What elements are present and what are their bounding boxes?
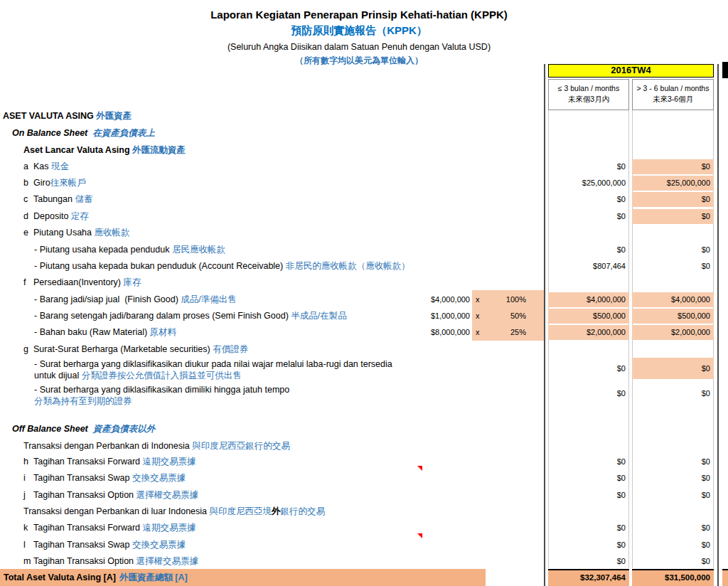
formula-multiplier-f3: x: [476, 325, 486, 340]
row-label-zh: 居民應收帳款: [172, 245, 225, 255]
formula-amount-f1[interactable]: $4,000,000: [424, 292, 470, 307]
row-label-id: Persediaan(Inventory): [33, 277, 123, 287]
column-header-3to6-months: > 3 - 6 bulan / months 未來3-6個月: [632, 79, 714, 110]
cell-h-c1[interactable]: $0: [548, 454, 629, 469]
row-label-id: Piutang Usaha: [33, 228, 94, 238]
cell-m-c2[interactable]: $0: [632, 554, 714, 569]
row-label-zh: 外匯資產: [96, 111, 132, 121]
cell-e1-c2[interactable]: $0: [632, 243, 714, 257]
cell-e2-c1[interactable]: $807,464: [548, 259, 629, 274]
row-label-zh-bold: 外: [272, 506, 281, 516]
next-section-total-fragment: [722, 569, 728, 586]
kppk-report-sheet: Laporan Kegiatan Penerapan Prinsip Kehat…: [0, 0, 728, 586]
column-header-le3-months: ≤ 3 bulan / months 未來個3月內: [548, 79, 629, 110]
cell-total-col2[interactable]: $31,500,000: [632, 569, 714, 586]
comment-marker-icon[interactable]: [417, 533, 422, 538]
row-label-id: - Barang jadi/siap jual (Finish Good): [34, 294, 181, 304]
column-divider-right: [717, 64, 719, 586]
cell-f3-c1[interactable]: $2,000,000: [548, 325, 629, 340]
formula-amount-f2[interactable]: $1,000,000: [424, 309, 470, 324]
cell-e2-c2[interactable]: $0: [632, 259, 714, 274]
row-j: jTagihan Transaksi Option 選擇權交易票據: [23, 487, 198, 504]
cell-f3-c2[interactable]: $2,000,000: [632, 325, 714, 340]
cell-g2-c1[interactable]: $0: [548, 386, 629, 401]
row-label-zh: 銀行的交易: [281, 506, 326, 516]
row-aset_lancar: Aset Lancar Valuta Asing 外匯流動資產: [23, 142, 186, 159]
cell-l-c1[interactable]: $0: [548, 538, 629, 553]
row-label-zh: 往來帳戶: [50, 178, 86, 188]
column-header-line1: > 3 - 6 bulan / months: [633, 83, 713, 94]
row-h: hTagihan Transaksi Forward 遠期交易票據: [23, 454, 196, 470]
row-label-id: Tagihan Transaksi Swap: [33, 540, 132, 550]
cell-c-c2[interactable]: $0: [632, 192, 714, 207]
cell-total-col1[interactable]: $32,307,464: [548, 569, 629, 586]
cell-f2-c1[interactable]: $500,000: [548, 309, 629, 324]
row-on_balance: On Balance Sheet 在資產負債表上: [12, 125, 155, 142]
row-label-id: Giro: [33, 178, 50, 188]
cell-h-c2[interactable]: $0: [632, 454, 714, 469]
cell-i-c2[interactable]: $0: [632, 471, 714, 486]
cell-b-c1[interactable]: $25,000,000: [548, 176, 629, 191]
cell-b-c2[interactable]: $25,000,000: [632, 176, 714, 191]
row-c: cTabungan 儲蓄: [23, 191, 92, 208]
row-label-id: Kas: [33, 161, 51, 171]
row-letter: f: [23, 275, 33, 291]
formula-percent-f3[interactable]: 25%: [493, 325, 526, 340]
cell-a-c1[interactable]: $0: [548, 159, 629, 174]
row-label-id: Tagihan Transaksi Option: [33, 490, 136, 500]
cell-f1-c2[interactable]: $4,000,000: [632, 292, 714, 307]
cell-d-c2[interactable]: $0: [632, 209, 714, 224]
cell-m-c1[interactable]: $0: [548, 554, 629, 569]
cell-k-c2[interactable]: $0: [632, 521, 714, 536]
cell-c-c1[interactable]: $0: [548, 192, 629, 207]
total-row-label-bar: Total Aset Valuta Asing [A]外匯資產總額 [A]: [0, 569, 486, 586]
row-label-zh: 遠期交易票據: [143, 457, 196, 467]
row-label-line2: untuk dijual 分類證券按公允價值計入損益並可供出售: [34, 370, 392, 381]
column-header-line2: 未來個3月內: [549, 94, 628, 105]
row-label-zh: 原材料: [150, 327, 177, 337]
row-label-zh: 外匯流動資產: [132, 145, 186, 155]
row-letter: i: [23, 470, 33, 486]
cell-e1-c1[interactable]: $0: [548, 243, 629, 257]
row-label-zh: 分類證券按公允價值計入損益並可供出售: [82, 371, 242, 380]
column-header-line1: ≤ 3 bulan / months: [549, 83, 628, 94]
row-label-zh: 庫存: [123, 277, 141, 287]
row-label-id: - Surat berharga yang diklasifikasikan d…: [34, 359, 392, 369]
row-letter: h: [23, 454, 33, 470]
row-label-zh: 定存: [71, 211, 89, 221]
row-label-id: - Piutang usaha kepada bukan penduduk (A…: [34, 261, 286, 271]
comment-marker-icon[interactable]: [417, 466, 422, 471]
cell-f2-c2[interactable]: $500,000: [632, 309, 714, 324]
cell-a-c2[interactable]: $0: [632, 159, 714, 174]
report-title-chinese: 預防原則實施報告（KPPK）: [0, 24, 718, 38]
row-label-zh: 應收帳款: [94, 228, 129, 238]
row-d: dDeposito 定存: [23, 208, 89, 225]
row-off_balance: Off Balance Sheet 資產負債表以外: [12, 421, 155, 437]
row-e2: - Piutang usaha kepada bukan penduduk (A…: [34, 258, 410, 275]
cell-g1-c1[interactable]: $0: [548, 358, 629, 379]
row-f1: - Barang jadi/siap jual (Finish Good) 成品…: [34, 292, 237, 308]
cell-d-c1[interactable]: $0: [548, 209, 629, 224]
cell-j-c1[interactable]: $0: [548, 488, 629, 503]
row-label-zh: 現金: [51, 161, 69, 171]
period-header-cell: 2016TW4: [548, 64, 714, 78]
row-letter: b: [23, 175, 33, 191]
cell-f1-c1[interactable]: $4,000,000: [548, 292, 629, 307]
row-label-id: - Barang setengah jadi/barang dalam pros…: [34, 311, 291, 321]
row-a: aKas 現金: [23, 159, 69, 175]
cell-k-c1[interactable]: $0: [548, 521, 629, 536]
cell-i-c1[interactable]: $0: [548, 471, 629, 486]
cell-g1-c2[interactable]: $0: [632, 358, 714, 379]
row-label-zh: 與印度尼西亞境: [210, 506, 272, 516]
formula-percent-f1[interactable]: 100%: [493, 292, 526, 307]
row-aset_header: ASET VALUTA ASING 外匯資產: [3, 108, 132, 124]
row-f3: - Bahan baku (Raw Material) 原材料: [34, 324, 176, 341]
row-label-id: Tagihan Transaksi Swap: [33, 473, 132, 483]
formula-percent-f2[interactable]: 50%: [493, 309, 526, 324]
cell-j-c2[interactable]: $0: [632, 488, 714, 503]
row-g2: - Surat berharga yang diklasifikasikan d…: [34, 383, 289, 408]
formula-amount-f3[interactable]: $8,000,000: [424, 325, 470, 340]
row-letter: g: [23, 341, 33, 358]
cell-l-c2[interactable]: $0: [632, 538, 714, 553]
cell-g2-c2[interactable]: $0: [632, 386, 714, 401]
